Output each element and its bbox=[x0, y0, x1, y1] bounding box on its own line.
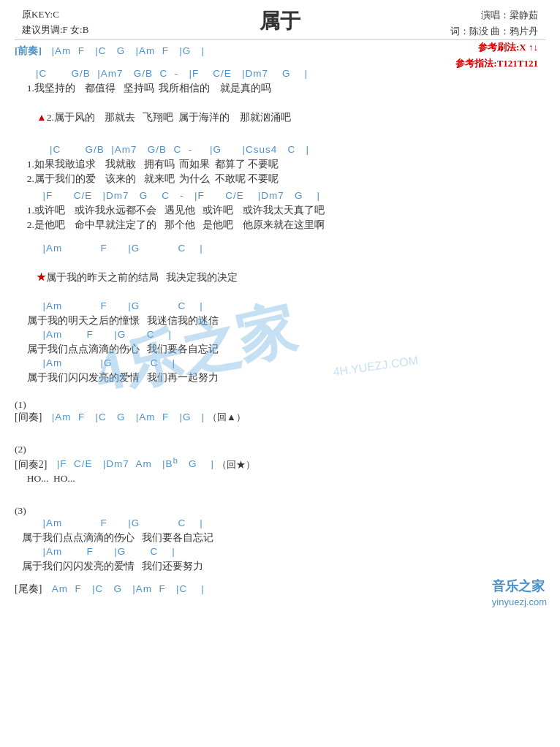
interlude1-line: [间奏] |Am F |C G |Am F |G | （回▲） bbox=[15, 411, 545, 425]
footer-site-cn: 音乐之家 bbox=[492, 579, 545, 594]
interlude1-bracket: [间奏] bbox=[15, 412, 42, 422]
star-mark1: ★ bbox=[37, 272, 46, 283]
interlude2-section: (2) [间奏2] |F C/E |Dm7 Am |Bb G | （回★） HO… bbox=[15, 444, 545, 487]
interlude1-return: （回▲） bbox=[208, 412, 246, 422]
strumming-label: 参考刷法:X ↑↓ bbox=[450, 39, 538, 56]
postlude-bracket: [尾奏] bbox=[15, 583, 42, 594]
interlude2-lyric: HO... HO... bbox=[22, 471, 545, 486]
section3-chords2: |Am F |G C | bbox=[22, 545, 545, 559]
interlude2-line: [间奏2] |F C/E |Dm7 Am |Bb G | （回★） bbox=[15, 455, 545, 471]
section3-lyric2: 属于我们闪闪发亮的爱情 我们还要努力 bbox=[22, 559, 545, 574]
interlude2-return: （回★） bbox=[217, 458, 255, 469]
chorus-lyric4: 属于我们闪闪发亮的爱情 我们再一起努力 bbox=[22, 371, 545, 385]
lyricist-label: 词：陈没 曲：鸦片丹 bbox=[450, 23, 538, 39]
key-info: 原KEY:C 建议男调:F 女:B bbox=[22, 7, 88, 38]
b-flat-symbol: b bbox=[173, 456, 178, 465]
page: 原KEY:C 建议男调:F 女:B 属于 演唱：梁静茹 词：陈没 曲：鸦片丹 参… bbox=[0, 0, 560, 614]
verse1-lyric1a: 1.我坚持的 都值得 坚持吗 我所相信的 就是真的吗 bbox=[22, 81, 545, 96]
triangle-mark: ▲ bbox=[37, 112, 46, 123]
chorus-chords3: |Am F |G C | bbox=[22, 328, 545, 342]
suggested-key: 建议男调:F 女:B bbox=[22, 23, 88, 38]
verse1-chords3: |F C/E |Dm7 G C - |F C/E |Dm7 G | bbox=[22, 189, 545, 203]
postlude-chords: Am F |C G |Am F |C | bbox=[52, 583, 205, 594]
chorus-chords4: |Am |G C | bbox=[22, 357, 545, 371]
verse1-block: |C G/B |Am7 G/B C - |F C/E |Dm7 G | 1.我坚… bbox=[15, 67, 545, 233]
verse1-lyric1b: ▲▲2.属于风的 那就去 飞翔吧 属于海洋的 那就汹涌吧2.属于风的 那就去 飞… bbox=[22, 96, 545, 140]
verse1-chords2: |C G/B |Am7 G/B C - |G |Csus4 C | bbox=[22, 143, 545, 157]
chorus-chords2: |Am F |G C | bbox=[22, 300, 545, 314]
singer-label: 演唱：梁静茹 bbox=[450, 7, 538, 23]
section3-paren: (3) bbox=[15, 505, 545, 517]
section3-chords1: |Am F |G C | bbox=[22, 517, 545, 531]
verse1-lyric2b: 2.属于我们的爱 该来的 就来吧 为什么 不敢呢 不要呢 bbox=[22, 172, 545, 186]
postlude-section: [尾奏] Am F |C G |Am F |C | bbox=[15, 583, 545, 596]
footer-site-en: yinyuezj.com bbox=[492, 596, 547, 607]
section3-lyric1: 属于我们点点滴滴的伤心 我们要各自忘记 bbox=[22, 531, 545, 545]
interlude1-chords: |Am F |C G |Am F |G | bbox=[52, 412, 205, 422]
footer-logo: 音乐之家 yinyuezj.com bbox=[492, 577, 547, 608]
prelude-chords: |Am F |C G |Am F |G | bbox=[51, 45, 205, 56]
header: 原KEY:C 建议男调:F 女:B 属于 演唱：梁静茹 词：陈没 曲：鸦片丹 参… bbox=[15, 7, 545, 35]
prelude-bracket: [前奏] bbox=[15, 45, 42, 56]
interlude2-chords: |F C/E |Dm7 Am |Bb G | bbox=[57, 458, 214, 469]
chorus-block: |Am F |G C | ★属于我的昨天之前的结局 我决定我的决定 |Am F … bbox=[15, 242, 545, 386]
postlude-line: [尾奏] Am F |C G |Am F |C | bbox=[15, 583, 545, 596]
section3-block: (3) |Am F |G C | 属于我们点点滴滴的伤心 我们要各自忘记 |Am… bbox=[15, 505, 545, 574]
original-key: 原KEY:C bbox=[22, 7, 88, 23]
interlude2-paren: (2) bbox=[15, 444, 545, 455]
interlude1-paren: (1) bbox=[15, 399, 545, 411]
interlude1-section: (1) [间奏] |Am F |C G |Am F |G | （回▲） bbox=[15, 399, 545, 425]
chorus-lyric2: 属于我的明天之后的憧憬 我迷信我的迷信 bbox=[22, 314, 545, 328]
verse1-lyric3a: 1.或许吧 或许我永远都不会 遇见他 或许吧 或许我太天真了吧 bbox=[22, 203, 545, 218]
verse1-lyric3b: 2.是他吧 命中早就注定了的 那个他 是他吧 他原来就在这里啊 bbox=[22, 218, 545, 232]
interlude2-bracket: [间奏2] bbox=[15, 458, 47, 469]
verse1-lyric2a: 1.如果我敢追求 我就敢 拥有吗 而如果 都算了 不要呢 bbox=[22, 157, 545, 172]
chorus-lyric1: ★属于我的昨天之前的结局 我决定我的决定 bbox=[22, 255, 545, 300]
singer-info: 演唱：梁静茹 词：陈没 曲：鸦片丹 参考刷法:X ↑↓ 参考指法:T121T12… bbox=[450, 7, 538, 72]
chorus-lyric3: 属于我们点点滴滴的伤心 我们要各自忘记 bbox=[22, 342, 545, 357]
chorus-chords1: |Am F |G C | bbox=[22, 242, 545, 256]
fingering-label: 参考指法:T121T121 bbox=[450, 56, 538, 72]
